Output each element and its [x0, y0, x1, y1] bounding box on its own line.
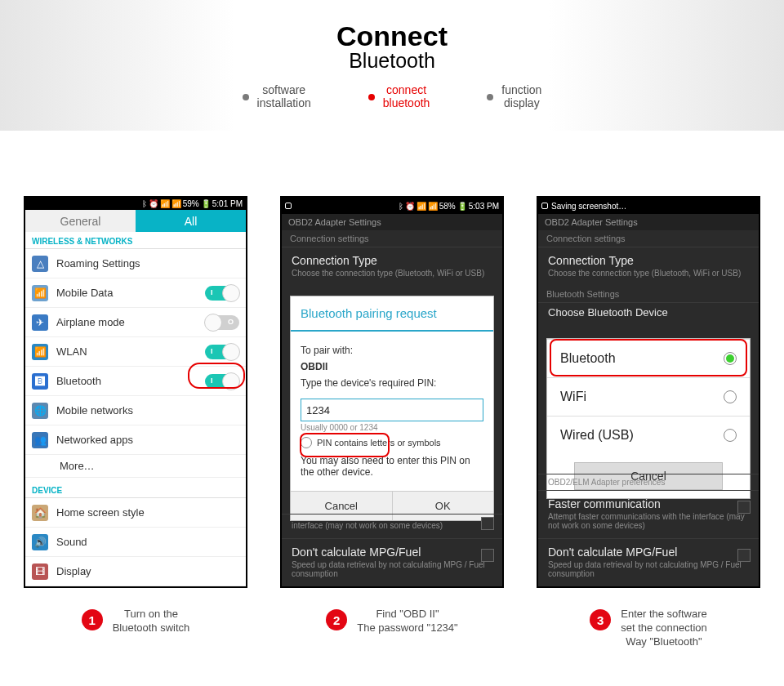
- row-mpg[interactable]: Don't calculate MPG/Fuel Speed up data r…: [538, 538, 759, 586]
- phone-settings: ᛒ ⏰ 📶 📶 59% 🔋 5:01 PM General All WIRELE…: [24, 196, 247, 588]
- row-label: Mobile Data: [56, 287, 205, 299]
- section-bt-settings: Bluetooth Settings: [538, 286, 759, 302]
- radio-icon: [724, 429, 737, 442]
- checkbox-icon[interactable]: [481, 549, 494, 562]
- radio-icon: [724, 352, 737, 365]
- popup-title: Bluetooth pairing request: [291, 296, 493, 332]
- step-badge: 3: [590, 609, 611, 630]
- caption-3: 3 Enter the softwareset the connectionWa…: [537, 608, 760, 649]
- caption-1: 1 Turn on theBluetooth switch: [24, 608, 247, 649]
- mobile_networks-icon: 🌐: [32, 403, 48, 419]
- row-bluetooth[interactable]: 🅱BluetoothI: [25, 367, 246, 396]
- mobile_data-icon: 📶: [32, 285, 48, 301]
- row-display[interactable]: 🎞Display: [25, 557, 246, 586]
- row-connection-type[interactable]: Connection Type Choose the connection ty…: [282, 247, 502, 286]
- row-home_screen[interactable]: 🏠Home screen style: [25, 498, 246, 528]
- toggle-mobile_data[interactable]: I: [205, 286, 239, 301]
- row-label: Home screen style: [56, 506, 239, 519]
- row-choose-bt[interactable]: Choose Bluetooth Device: [538, 302, 759, 318]
- wifi-icon: 📶: [160, 199, 170, 208]
- dot-icon: [368, 94, 375, 100]
- popup-note: You may also need to enter this PIN on t…: [301, 455, 483, 478]
- highlight-bluetooth-toggle: [188, 363, 245, 389]
- row-label: WLAN: [56, 345, 205, 358]
- status-bar: ᛒ ⏰ 📶 📶 58% 🔋 5:03 PM: [282, 198, 502, 214]
- battery-pct: 59%: [183, 199, 199, 208]
- row-label: Roaming Settings: [56, 257, 239, 270]
- row-sound[interactable]: 🔊Sound: [25, 528, 246, 557]
- option-wired[interactable]: Wired (USB): [547, 416, 750, 454]
- networked_apps-icon: 👥: [32, 432, 48, 448]
- row-networked_apps[interactable]: 👥Networked apps: [25, 425, 246, 455]
- bluetooth-icon: 🅱: [32, 373, 48, 390]
- toggle-wlan[interactable]: I: [205, 345, 239, 359]
- dot-icon: [243, 94, 249, 100]
- tab-all[interactable]: All: [136, 210, 246, 232]
- dot-icon: [487, 94, 493, 100]
- status-bar: ᛒ ⏰ 📶 📶 59% 🔋 5:01 PM: [25, 198, 246, 210]
- screenshots-row: ᛒ ⏰ 📶 📶 59% 🔋 5:01 PM General All WIRELE…: [0, 131, 784, 588]
- alarm-icon: ⏰: [149, 199, 158, 208]
- row-faster-comm-frag[interactable]: interface (may not work on some devices): [282, 514, 502, 538]
- pin-input[interactable]: [301, 399, 483, 421]
- card-icon: [285, 203, 292, 209]
- row-connection-type[interactable]: Connection Type Choose the connection ty…: [538, 247, 759, 286]
- pin-letters-checkbox[interactable]: PIN contains letters or symbols: [301, 437, 483, 448]
- title-sub: Bluetooth: [336, 49, 448, 73]
- tab-function-display[interactable]: functiondisplay: [487, 84, 541, 109]
- bt-icon: ᛒ: [142, 199, 147, 208]
- checkbox-icon[interactable]: [737, 549, 751, 562]
- row-mobile_data[interactable]: 📶Mobile DataI: [25, 278, 246, 308]
- row-mobile_networks[interactable]: 🌐Mobile networks: [25, 396, 246, 425]
- tab-software-installation[interactable]: softwareinstallation: [243, 84, 311, 109]
- option-wifi[interactable]: WiFi: [547, 377, 750, 416]
- bt-icon: ᛒ: [399, 202, 403, 211]
- row-label: Airplane mode: [56, 316, 205, 328]
- saving-text: Saving screenshot…: [551, 202, 626, 211]
- pair-with-value: OBDII: [301, 361, 327, 372]
- phone-pairing: ᛒ ⏰ 📶 📶 58% 🔋 5:03 PM OBD2 Adapter Setti…: [280, 196, 504, 588]
- step-badge: 1: [82, 609, 103, 630]
- tab-connect-bluetooth[interactable]: connectbluetooth: [368, 84, 430, 109]
- settings-tabs: General All: [25, 210, 246, 232]
- row-roaming[interactable]: △Roaming Settings: [25, 249, 246, 278]
- option-bluetooth[interactable]: Bluetooth: [547, 339, 750, 377]
- pair-with-label: To pair with:: [301, 345, 483, 356]
- section-connection: Connection settings: [282, 230, 502, 247]
- checkbox-icon[interactable]: [481, 517, 494, 530]
- banner: Connect Bluetooth softwareinstallation c…: [0, 0, 784, 131]
- display-icon: 🎞: [32, 564, 48, 580]
- section-wireless: WIRELESS & NETWORKS: [25, 232, 246, 249]
- pin-label: Type the device's required PIN:: [301, 377, 483, 389]
- radio-icon: [724, 390, 737, 403]
- clock: 5:01 PM: [212, 199, 243, 208]
- sound-icon: 🔊: [32, 534, 48, 550]
- row-more[interactable]: More…: [25, 455, 246, 478]
- phone-connection-type: Saving screenshot… OBD2 Adapter Settings…: [537, 196, 760, 588]
- section-connection: Connection settings: [538, 230, 759, 247]
- row-label: Sound: [56, 536, 239, 548]
- checkbox-icon[interactable]: [737, 501, 751, 514]
- tab-general[interactable]: General: [25, 210, 136, 232]
- row-airplane[interactable]: ✈Airplane modeO: [25, 308, 246, 337]
- row-label: Mobile networks: [56, 404, 239, 416]
- battery-pct: 58%: [439, 202, 456, 211]
- battery-icon: 🔋: [201, 199, 211, 208]
- clock: 5:03 PM: [469, 202, 499, 211]
- screen-title: OBD2 Adapter Settings: [282, 214, 502, 230]
- screen-title: OBD2 Adapter Settings: [538, 214, 759, 230]
- banner-tabs: softwareinstallation connectbluetooth fu…: [243, 84, 542, 109]
- status-bar: Saving screenshot…: [538, 198, 759, 214]
- wlan-icon: 📶: [32, 344, 48, 360]
- row-mpg[interactable]: Don't calculate MPG/Fuel Speed up data r…: [282, 538, 502, 586]
- home_screen-icon: 🏠: [32, 505, 48, 521]
- signal-icon: 📶: [428, 202, 438, 211]
- roaming-icon: △: [32, 256, 48, 272]
- battery-icon: 🔋: [457, 202, 467, 211]
- row-faster-comm[interactable]: Faster communication Attempt faster comm…: [538, 490, 759, 538]
- pin-hint: Usually 0000 or 1234: [301, 423, 483, 432]
- row-label: Display: [56, 565, 239, 577]
- toggle-airplane[interactable]: O: [205, 315, 239, 330]
- page-title: Connect Bluetooth: [336, 23, 448, 73]
- bluetooth-pairing-popup: Bluetooth pairing request To pair with: …: [290, 296, 494, 521]
